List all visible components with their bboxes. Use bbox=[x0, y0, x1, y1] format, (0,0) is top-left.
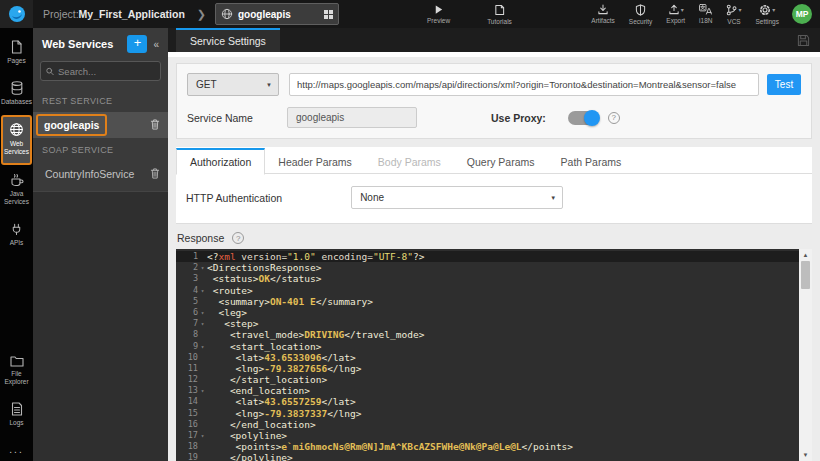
add-service-button[interactable]: + bbox=[127, 35, 147, 53]
trash-icon bbox=[150, 119, 160, 130]
scroll-up-icon[interactable]: ▲ bbox=[803, 249, 809, 261]
code-line: 6▾ <leg> bbox=[176, 307, 799, 318]
code-line: 5 <summary>ON-401 E</summary> bbox=[176, 296, 799, 307]
code-line: 8 <travel_mode>DRIVING</travel_mode> bbox=[176, 329, 799, 340]
test-button[interactable]: Test bbox=[767, 74, 801, 95]
folder-icon bbox=[10, 355, 24, 367]
tab-header-params[interactable]: Header Params bbox=[265, 148, 365, 175]
service-name: googleapis bbox=[36, 114, 107, 136]
export-label: Export bbox=[666, 17, 685, 24]
sidebar-item-apis[interactable]: APIs bbox=[1, 215, 32, 255]
security-label: Security bbox=[629, 18, 652, 25]
artifacts-label: Artifacts bbox=[591, 17, 614, 24]
http-auth-value: None bbox=[360, 192, 384, 203]
vertical-scrollbar[interactable]: ▲ ▼ bbox=[799, 249, 812, 461]
search-input[interactable] bbox=[58, 66, 155, 77]
panel-header: Web Services + « bbox=[33, 28, 168, 59]
globe-icon bbox=[9, 122, 24, 137]
service-name: CountryInfoService bbox=[36, 165, 150, 183]
caret-down-icon: ▾ bbox=[738, 6, 741, 13]
coffee-cup-icon bbox=[10, 173, 24, 187]
response-label: Response bbox=[177, 232, 224, 244]
sidebar-item-web-services[interactable]: Web Services bbox=[1, 115, 32, 164]
project-label: Project: bbox=[43, 8, 79, 20]
http-auth-row: HTTP Authentication None ▼ bbox=[176, 174, 812, 223]
collapse-panel-icon[interactable]: « bbox=[147, 39, 162, 50]
book-icon bbox=[494, 4, 505, 16]
sidebar-item-logs[interactable]: Logs bbox=[1, 395, 32, 435]
use-proxy-toggle[interactable] bbox=[568, 111, 598, 125]
sidebar-item-label: Databases bbox=[1, 98, 32, 106]
code-line: 17▾ <polyline> bbox=[176, 430, 799, 441]
service-item-googleapis[interactable]: googleapis bbox=[33, 112, 168, 138]
tab-authorization[interactable]: Authorization bbox=[176, 148, 265, 175]
service-item-countryinfoservice[interactable]: CountryInfoService bbox=[33, 161, 168, 187]
left-nav-rail: Pages Databases Web Services Java Servic… bbox=[0, 28, 33, 461]
http-method-value: GET bbox=[196, 79, 217, 90]
sidebar-item-label: File Explorer bbox=[3, 370, 30, 386]
response-editor[interactable]: 1<?xml version="1.0" encoding="UTF-8"?>2… bbox=[176, 249, 799, 461]
user-avatar[interactable]: MP bbox=[792, 4, 812, 24]
code-line: 16 </end_location> bbox=[176, 419, 799, 430]
delete-service-icon[interactable] bbox=[150, 168, 160, 181]
tab-service-settings[interactable]: Service Settings bbox=[176, 28, 280, 52]
tab-query-params[interactable]: Query Params bbox=[454, 148, 548, 175]
proxy-help-icon[interactable]: ? bbox=[608, 112, 620, 124]
service-name-input[interactable] bbox=[287, 107, 417, 128]
tutorials-button[interactable]: Tutorials bbox=[487, 4, 512, 25]
wavemaker-logo-icon[interactable] bbox=[0, 0, 33, 28]
sidebar-item-label: Java Services bbox=[3, 190, 30, 206]
scroll-down-icon[interactable]: ▼ bbox=[803, 449, 809, 461]
http-auth-select[interactable]: None ▼ bbox=[351, 186, 563, 209]
vcs-label: VCS bbox=[727, 18, 740, 25]
http-auth-label: HTTP Authentication bbox=[186, 192, 282, 204]
http-method-select[interactable]: GET ▼ bbox=[187, 73, 279, 96]
delete-service-icon[interactable] bbox=[150, 119, 160, 132]
settings-button[interactable]: ▾ Settings bbox=[756, 4, 780, 25]
more-options-icon[interactable]: ... bbox=[9, 436, 23, 461]
plug-icon bbox=[10, 222, 23, 236]
sidebar-item-file-explorer[interactable]: File Explorer bbox=[1, 348, 32, 394]
export-button[interactable]: ▾ Export bbox=[666, 4, 685, 24]
grid-menu-icon[interactable] bbox=[324, 10, 333, 19]
preview-button[interactable]: Preview bbox=[427, 4, 450, 24]
code-line: 14 <lat>43.6557259</lat> bbox=[176, 396, 799, 407]
code-line: 12 </start_location> bbox=[176, 374, 799, 385]
logo-glyph-icon bbox=[8, 5, 26, 23]
vcs-button[interactable]: ▾ VCS bbox=[726, 4, 741, 25]
topbar-right-icons: Artifacts Security ▾ Export i18N bbox=[584, 4, 820, 25]
code-line: 10 <lat>43.6533096</lat> bbox=[176, 352, 799, 363]
code-line: 1<?xml version="1.0" encoding="UTF-8"?> bbox=[176, 251, 799, 262]
security-button[interactable]: Security bbox=[629, 4, 652, 25]
artifacts-button[interactable]: Artifacts bbox=[591, 4, 614, 24]
save-icon[interactable] bbox=[797, 33, 810, 51]
service-name-label: Service Name bbox=[187, 112, 253, 124]
dropdown-arrow-icon: ▼ bbox=[266, 82, 272, 88]
settings-label: Settings bbox=[756, 18, 780, 25]
chevron-right-icon: ❯ bbox=[197, 8, 206, 21]
request-card: GET ▼ Test Service Name Use Proxy: ? bbox=[176, 63, 812, 139]
open-service-tab[interactable]: googleapis bbox=[215, 3, 339, 25]
panel-title: Web Services bbox=[42, 38, 127, 50]
tab-body-params[interactable]: Body Params bbox=[365, 148, 454, 175]
service-search[interactable] bbox=[40, 61, 161, 81]
response-help-icon[interactable]: ? bbox=[232, 232, 244, 244]
tab-path-params[interactable]: Path Params bbox=[548, 148, 635, 175]
i18n-button[interactable]: i18N bbox=[699, 4, 712, 24]
sidebar-item-label: Logs bbox=[9, 419, 23, 427]
sidebar-item-pages[interactable]: Pages bbox=[1, 33, 32, 73]
log-file-icon bbox=[11, 402, 23, 416]
section-header-soap: SOAP SERVICE bbox=[33, 138, 168, 161]
code-line: 18 <points>e`miGhmocNs@Rm@N]JmA^KBcAZSFW… bbox=[176, 441, 799, 452]
document-tab-bar: Service Settings bbox=[168, 28, 820, 52]
shield-icon bbox=[635, 4, 646, 16]
translate-icon bbox=[699, 4, 712, 15]
sidebar-item-databases[interactable]: Databases bbox=[1, 74, 32, 114]
scrollbar-thumb[interactable] bbox=[801, 261, 810, 289]
request-url-input[interactable] bbox=[289, 73, 759, 96]
page-icon bbox=[10, 40, 23, 54]
code-line: 4▾ <route> bbox=[176, 285, 799, 296]
sidebar-item-java-services[interactable]: Java Services bbox=[1, 166, 32, 214]
i18n-label: i18N bbox=[699, 17, 712, 24]
tutorials-label: Tutorials bbox=[487, 18, 512, 25]
